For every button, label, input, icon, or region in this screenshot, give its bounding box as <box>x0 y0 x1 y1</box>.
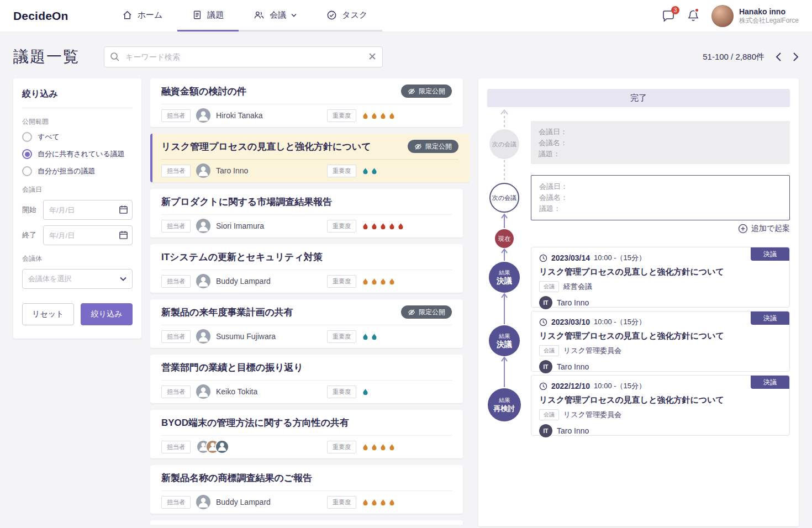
nav-item-meetings[interactable]: 会議 <box>239 0 312 31</box>
list-item[interactable]: ITシステムの更新とセキュリティ対策 担当者 Buddy Lampard 重要度 <box>150 244 463 293</box>
meeting-agenda-title: リスク管理プロセスの見直しと強化方針について <box>539 395 782 405</box>
chevron-down-icon <box>291 13 297 17</box>
meeting-date: 2022/12/10 <box>551 382 590 390</box>
radio-scope-mine[interactable]: 自分が担当の議題 <box>22 166 133 176</box>
calendar-icon[interactable] <box>119 205 128 214</box>
owner-name: Taro Inno <box>557 362 589 371</box>
meeting-body-name: 経営会議 <box>563 282 592 292</box>
list-item[interactable]: リスク管理プロセスの見直しと強化方針について 限定公開 担当者 Taro Inn… <box>150 134 470 182</box>
timeline-node-result-2[interactable]: 結果 決議 <box>489 325 520 356</box>
private-label: 限定公開 <box>419 308 445 317</box>
list-item[interactable]: 融資金額の検討の件 限定公開 担当者 Hiroki Tanaka 重要度 <box>150 78 463 127</box>
list-item[interactable]: BYOD端末の管理方法に関する方向性の共有 担当者 重要度 <box>150 410 463 458</box>
apply-filter-button[interactable]: 絞り込み <box>81 303 133 325</box>
radio-scope-all[interactable]: すべて <box>22 132 133 142</box>
chat-button[interactable]: 3 <box>662 10 675 22</box>
nav-item-agenda[interactable]: 議題 <box>177 0 239 31</box>
document-icon <box>192 10 202 20</box>
importance-flame-icon <box>388 222 396 230</box>
radio-scope-shared[interactable]: 自分に共有されている議題 <box>22 149 133 159</box>
private-label: 限定公開 <box>425 142 452 151</box>
importance-flame-icon <box>371 498 378 506</box>
node-result: 再検討 <box>494 404 515 413</box>
importance-flame-icon <box>362 277 369 286</box>
owner-label: 担当者 <box>161 496 191 509</box>
user-info: Hanako inno 株式会社LegalForce <box>739 7 799 25</box>
meeting-agenda-title: リスク管理プロセスの見直しと強化方針について <box>539 331 782 341</box>
radio-circle[interactable] <box>22 149 32 159</box>
meeting-time: 10:00 -（15分） <box>594 381 646 391</box>
importance-flame-icon <box>362 443 369 451</box>
importance-flames <box>362 112 396 120</box>
avatar <box>196 274 210 288</box>
reset-button[interactable]: リセット <box>22 303 74 325</box>
add-proposal-link[interactable]: 追加で起案 <box>738 224 790 234</box>
avatar <box>215 440 229 454</box>
timeline-node-result-3[interactable]: 結果 再検討 <box>488 388 521 421</box>
owner-name: Hiroki Tanaka <box>216 111 263 120</box>
home-icon <box>122 10 133 20</box>
nav-item-home[interactable]: ホーム <box>107 0 178 31</box>
calendar-icon[interactable] <box>119 230 128 240</box>
field-date: 会議日： <box>539 126 782 138</box>
node-result: 決議 <box>497 340 512 349</box>
notifications-button[interactable] <box>687 9 699 22</box>
list-item[interactable]: 新製品名称の商標調査結果のご報告 担当者 Buddy Lampard 重要度 <box>150 465 463 514</box>
radio-label: すべて <box>38 132 60 142</box>
timeline-node-result-1[interactable]: 結果 決議 <box>489 262 520 293</box>
field-name: 会議名： <box>539 138 782 149</box>
owner-name: Susumu Fujiwara <box>216 332 276 341</box>
topbar-right: 3 Hanako inno 株式会社LegalForce <box>662 0 799 31</box>
user-avatar[interactable] <box>711 5 734 27</box>
list-item[interactable]: 新製品の来年度事業計画の共有 限定公開 担当者 Susumu Fujiwara … <box>150 299 463 348</box>
importance-flame-icon <box>379 443 387 451</box>
avatar <box>196 108 210 123</box>
importance-label: 重要度 <box>327 109 356 122</box>
app-logo[interactable]: DecideOn <box>13 0 68 31</box>
chat-count-badge: 3 <box>671 6 679 14</box>
field-date: 会議日： <box>539 181 782 192</box>
list-item[interactable]: 新プロダクトに関する市場調査結果報告 担当者 Siori Imamura 重要度 <box>150 189 463 237</box>
agenda-title: ITシステムの更新とセキュリティ対策 <box>161 251 323 263</box>
importance-flame-icon <box>362 222 369 230</box>
meeting-body-select[interactable]: 会議体を選択 <box>22 269 133 289</box>
meeting-tag: 会議 <box>539 281 559 292</box>
timeline-node-next-meeting[interactable]: 次の会議 <box>489 183 519 213</box>
importance-label: 重要度 <box>327 165 356 177</box>
importance-flame-icon <box>379 277 387 286</box>
next-meeting-placeholder[interactable]: 会議日： 会議名： 議題： <box>531 175 790 220</box>
clear-search-button[interactable]: ✕ <box>368 51 377 62</box>
radio-label: 自分に共有されている議題 <box>38 149 125 159</box>
pagination: 51-100 / 2,880件 <box>703 52 799 62</box>
user-menu[interactable]: Hanako inno 株式会社LegalForce <box>711 5 799 27</box>
importance-flame-icon <box>388 498 396 506</box>
agenda-title: 融資金額の検討の件 <box>161 85 246 98</box>
timeline-node-future-meeting[interactable]: 次の会議 <box>489 129 519 159</box>
meeting-card[interactable]: 決議 2023/03/14 10:00 -（15分） リスク管理プロセスの見直し… <box>531 247 790 308</box>
end-date-row: 終了 <box>22 225 133 245</box>
list-item[interactable]: 営業部門の業績と目標の振り返り 担当者 Keiko Tokita 重要度 <box>150 355 463 403</box>
meeting-date: 2023/03/10 <box>551 318 590 326</box>
add-proposal-label: 追加で起案 <box>751 224 790 234</box>
main-content: 絞り込み 公開範囲 すべて 自分に共有されている議題 自分が担当の議題 会議日 … <box>0 78 812 526</box>
importance-flame-icon <box>379 222 387 230</box>
search-input[interactable] <box>104 46 383 67</box>
node-label: 結果 <box>499 269 510 276</box>
eye-off-icon <box>408 88 415 95</box>
clock-icon <box>539 254 547 262</box>
importance-flame-icon <box>362 388 369 396</box>
importance-flame-icon <box>371 222 378 230</box>
avatar <box>196 163 210 178</box>
field-agenda: 議題： <box>539 203 782 214</box>
meeting-card[interactable]: 決議 2023/03/10 10:00 -（15分） リスク管理プロセスの見直し… <box>531 311 790 372</box>
avatar-group <box>196 440 229 454</box>
prev-page-button[interactable] <box>776 52 782 62</box>
list-item-partial[interactable] <box>150 520 463 525</box>
meeting-card[interactable]: 決議 2022/12/10 10:00 -（15分） リスク管理プロセスの見直し… <box>531 375 790 436</box>
radio-circle[interactable] <box>22 166 32 176</box>
radio-circle[interactable] <box>22 132 32 142</box>
node-result: 決議 <box>497 276 512 286</box>
nav-item-tasks[interactable]: タスク <box>312 0 382 31</box>
owner-label: 担当者 <box>161 220 191 233</box>
next-page-button[interactable] <box>793 52 799 62</box>
